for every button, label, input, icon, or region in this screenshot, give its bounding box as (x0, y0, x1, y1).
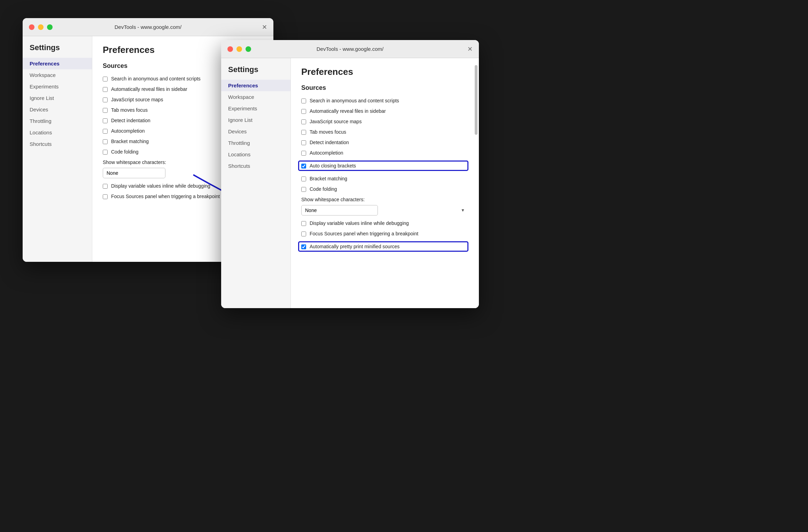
checkbox-input-bracket-1[interactable] (103, 139, 108, 144)
settings-body-2: Settings Preferences Workspace Experimen… (221, 58, 479, 308)
checkbox-tabfocus-2: Tab moves focus (301, 129, 468, 135)
checkbox-label-variable-1: Display variable values inline while deb… (111, 183, 210, 189)
select-arrow-icon-2: ▼ (461, 208, 465, 213)
checkbox-input-bracketmatching-2[interactable] (301, 177, 306, 181)
checkbox-input-indentation-2[interactable] (301, 140, 306, 145)
maximize-button-1[interactable] (47, 24, 53, 30)
whitespace-select-1[interactable]: None All Trailing (103, 168, 165, 178)
whitespace-select-wrapper-2: None All Trailing ▼ (301, 205, 468, 216)
checkbox-label-codefolding-1: Code folding (111, 149, 139, 155)
checkbox-input-variable-2[interactable] (301, 221, 306, 226)
checkbox-input-autocompletion-1[interactable] (103, 129, 108, 134)
checkbox-anonymous-2: Search in anonymous and content scripts (301, 98, 468, 103)
checkbox-input-prettyprint-2[interactable] (301, 244, 306, 249)
titlebar-1: DevTools - www.google.com/ ✕ (23, 18, 273, 36)
whitespace-select-2[interactable]: None All Trailing (301, 205, 378, 216)
close-icon-1[interactable]: ✕ (262, 24, 267, 30)
checkbox-label-autocompletion-1: Autocompletion (111, 128, 145, 134)
checkbox-label-variable-2: Display variable values inline while deb… (310, 220, 409, 226)
window-title-2: DevTools - www.google.com/ (317, 46, 384, 52)
checkbox-label-anonymous-2: Search in anonymous and content scripts (310, 98, 399, 103)
checkbox-label-bracket-1: Bracket matching (111, 139, 149, 144)
checkbox-input-reveal-2[interactable] (301, 109, 306, 114)
sidebar-item-throttling-2[interactable]: Throttling (221, 137, 290, 149)
checkbox-input-codefolding-2[interactable] (301, 187, 306, 192)
titlebar-2: DevTools - www.google.com/ ✕ (221, 40, 479, 58)
close-icon-2[interactable]: ✕ (467, 46, 473, 52)
sidebar-item-workspace-1[interactable]: Workspace (23, 69, 92, 81)
checkbox-label-focus-1: Focus Sources panel when triggering a br… (111, 194, 220, 199)
window-title-1: DevTools - www.google.com/ (115, 24, 182, 30)
checkbox-input-sourcemaps-2[interactable] (301, 119, 306, 124)
checkbox-input-autoclosing-2[interactable] (301, 164, 306, 169)
minimize-button-2[interactable] (236, 46, 242, 52)
sidebar-2: Settings Preferences Workspace Experimen… (221, 58, 291, 308)
checkbox-input-anonymous-2[interactable] (301, 99, 306, 103)
checkbox-input-focus-1[interactable] (103, 194, 108, 199)
minimize-button-1[interactable] (38, 24, 44, 30)
sidebar-item-experiments-1[interactable]: Experiments (23, 81, 92, 92)
checkbox-label-sourcemaps-1: JavaScript source maps (111, 97, 163, 102)
checkbox-input-anonymous-1[interactable] (103, 77, 108, 81)
whitespace-label-2: Show whitespace characters: (301, 197, 468, 202)
preferences-title-2: Preferences (301, 66, 468, 77)
checkbox-sourcemaps-2: JavaScript source maps (301, 119, 468, 124)
checkbox-input-tabfocus-1[interactable] (103, 108, 108, 113)
checkbox-label-anonymous-1: Search in anonymous and content scripts (111, 76, 201, 81)
sidebar-item-experiments-2[interactable]: Experiments (221, 103, 290, 114)
checkbox-input-sourcemaps-1[interactable] (103, 97, 108, 102)
checkbox-input-codefolding-1[interactable] (103, 150, 108, 155)
checkbox-input-tabfocus-2[interactable] (301, 130, 306, 135)
checkbox-input-reveal-1[interactable] (103, 87, 108, 92)
checkbox-label-indentation-1: Detect indentation (111, 118, 150, 123)
checkbox-input-autocompletion-2[interactable] (301, 151, 306, 156)
checkbox-input-variable-1[interactable] (103, 184, 108, 189)
checkbox-label-sourcemaps-2: JavaScript source maps (310, 119, 362, 124)
sidebar-item-devices-2[interactable]: Devices (221, 126, 290, 137)
checkbox-label-autocompletion-2: Autocompletion (310, 150, 343, 156)
checkbox-label-indentation-2: Detect indentation (310, 140, 349, 145)
checkbox-reveal-2: Automatically reveal files in sidebar (301, 108, 468, 114)
checkbox-label-bracketmatching-2: Bracket matching (310, 176, 347, 181)
sidebar-item-preferences-1[interactable]: Preferences (23, 58, 92, 69)
checkbox-bracketmatching-2: Bracket matching (301, 176, 468, 181)
checkbox-focus-2: Focus Sources panel when triggering a br… (301, 231, 468, 236)
checkbox-label-codefolding-2: Code folding (310, 186, 337, 192)
sidebar-item-preferences-2[interactable]: Preferences (221, 80, 290, 91)
checkbox-label-reveal-2: Automatically reveal files in sidebar (310, 108, 386, 114)
checkbox-label-focus-2: Focus Sources panel when triggering a br… (310, 231, 418, 236)
sidebar-item-shortcuts-2[interactable]: Shortcuts (221, 160, 290, 172)
sidebar-1: Settings Preferences Workspace Experimen… (23, 36, 92, 262)
section-title-2: Sources (301, 84, 468, 92)
checkbox-label-prettyprint-2: Automatically pretty print minified sour… (310, 244, 399, 249)
traffic-lights-2 (227, 46, 251, 52)
sidebar-item-throttling-1[interactable]: Throttling (23, 115, 92, 127)
sidebar-heading-2: Settings (221, 65, 290, 80)
sidebar-item-shortcuts-1[interactable]: Shortcuts (23, 138, 92, 150)
checkbox-autocompletion-2: Autocompletion (301, 150, 468, 156)
checkbox-autoclosing-2: Auto closing brackets (298, 161, 468, 171)
checkbox-label-reveal-1: Automatically reveal files in sidebar (111, 86, 187, 92)
sidebar-item-locations-2[interactable]: Locations (221, 149, 290, 160)
close-button-2[interactable] (227, 46, 233, 52)
sidebar-item-ignorelist-1[interactable]: Ignore List (23, 92, 92, 104)
sidebar-item-ignorelist-2[interactable]: Ignore List (221, 114, 290, 126)
checkbox-input-focus-2[interactable] (301, 232, 306, 236)
checkbox-prettyprint-2: Automatically pretty print minified sour… (298, 241, 468, 252)
sidebar-item-locations-1[interactable]: Locations (23, 127, 92, 138)
sidebar-item-workspace-2[interactable]: Workspace (221, 91, 290, 103)
checkbox-variable-2: Display variable values inline while deb… (301, 220, 468, 226)
scrollbar-thumb-2[interactable] (475, 65, 477, 135)
sidebar-item-devices-1[interactable]: Devices (23, 104, 92, 115)
scrollbar-track-2[interactable] (475, 58, 478, 308)
devtools-window-2: DevTools - www.google.com/ ✕ Settings Pr… (221, 40, 479, 308)
checkbox-label-tabfocus-2: Tab moves focus (310, 129, 346, 135)
checkbox-indentation-2: Detect indentation (301, 140, 468, 145)
maximize-button-2[interactable] (246, 46, 251, 52)
sidebar-heading-1: Settings (23, 43, 92, 58)
checkbox-label-autoclosing-2: Auto closing brackets (310, 163, 356, 169)
checkbox-label-tabfocus-1: Tab moves focus (111, 107, 148, 113)
close-button-1[interactable] (29, 24, 34, 30)
traffic-lights-1 (29, 24, 53, 30)
checkbox-input-indentation-1[interactable] (103, 118, 108, 123)
